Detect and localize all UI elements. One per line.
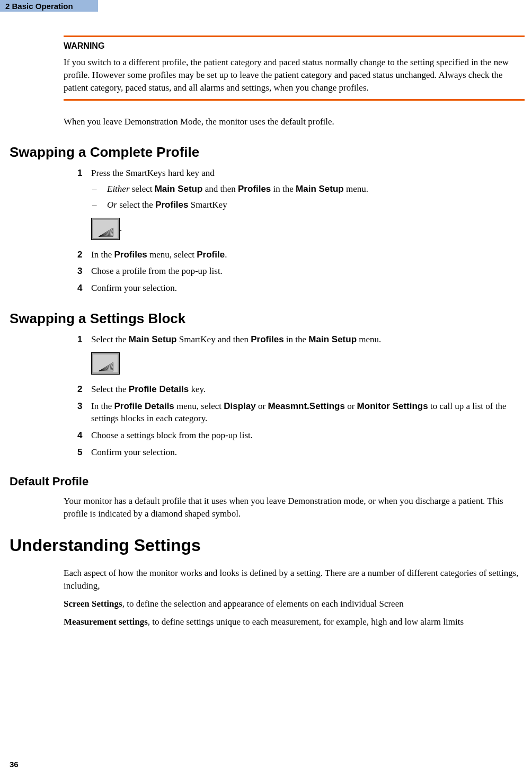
list-item: 2 In the Profiles menu, select Profile. bbox=[77, 248, 525, 261]
chapter-header: 2 Basic Operation bbox=[0, 0, 98, 12]
page-number: 36 bbox=[10, 760, 19, 769]
list-item: 3 Chose a profile from the pop-up list. bbox=[77, 265, 525, 278]
ui-label: Monitor Settings bbox=[357, 401, 428, 411]
step-text: Confirm your selection. bbox=[91, 446, 525, 459]
ui-label: Profile Details bbox=[114, 401, 174, 411]
chapter-title: Basic Operation bbox=[12, 2, 73, 11]
step-number: 1 bbox=[77, 167, 91, 244]
ui-label: Main Setup bbox=[155, 184, 203, 194]
ui-label: Profiles bbox=[238, 184, 271, 194]
step-number: 4 bbox=[77, 429, 91, 442]
ui-label: Profiles bbox=[114, 250, 147, 260]
sub-item: – Or select the Profiles SmartKey bbox=[91, 199, 525, 211]
understanding-intro: Each aspect of how the monitor works and… bbox=[64, 567, 525, 592]
default-profile-text: Your monitor has a default profile that … bbox=[64, 495, 525, 520]
ui-label: Display bbox=[224, 401, 255, 411]
warning-label: WARNING bbox=[64, 41, 525, 51]
either-label: Either bbox=[107, 184, 130, 194]
main-setup-icon-graphic bbox=[93, 360, 118, 372]
step-number: 2 bbox=[77, 248, 91, 261]
swap-settings-block-heading: Swapping a Settings Block bbox=[10, 310, 522, 327]
list-item: 1 Select the Main Setup SmartKey and the… bbox=[77, 333, 525, 379]
warning-rule-bottom bbox=[64, 99, 525, 101]
main-setup-smartkey-icon bbox=[91, 352, 120, 375]
or-label: Or bbox=[107, 200, 117, 210]
ui-label: Profile bbox=[197, 250, 225, 260]
understanding-settings-heading: Understanding Settings bbox=[10, 536, 522, 555]
default-profile-heading: Default Profile bbox=[10, 475, 522, 488]
step-number: 4 bbox=[77, 282, 91, 295]
step-text: Chose a profile from the pop-up list. bbox=[91, 265, 525, 278]
step-text: Choose a settings block from the pop-up … bbox=[91, 429, 525, 442]
step-number: 2 bbox=[77, 383, 91, 396]
ui-label: Measmnt.Settings bbox=[268, 401, 344, 411]
chapter-number: 2 bbox=[5, 2, 10, 11]
screen-settings-text: , to define the selection and appearance… bbox=[122, 599, 404, 609]
step-number: 5 bbox=[77, 446, 91, 459]
swap-block-steps: 1 Select the Main Setup SmartKey and the… bbox=[77, 333, 525, 459]
step-text: Press the SmartKeys hard key and bbox=[91, 167, 525, 180]
sub-item: – Either select Main Setup and then Prof… bbox=[91, 183, 525, 196]
step-number: 3 bbox=[77, 265, 91, 278]
list-item: 2 Select the Profile Details key. bbox=[77, 383, 525, 396]
ui-label: Profiles bbox=[155, 200, 188, 210]
profiles-smartkey-icon bbox=[91, 218, 120, 240]
ui-label: Profile Details bbox=[129, 384, 189, 394]
list-item: 5 Confirm your selection. bbox=[77, 446, 525, 459]
warning-rule-top bbox=[64, 35, 525, 37]
ui-label: Main Setup bbox=[129, 334, 177, 344]
warning-block: WARNING If you switch to a different pro… bbox=[64, 35, 525, 101]
ui-label: Main Setup bbox=[308, 334, 357, 344]
swap-complete-steps: 1 Press the SmartKeys hard key and – Eit… bbox=[77, 167, 525, 295]
dash-bullet: – bbox=[91, 183, 107, 196]
measurement-settings-text: , to define settings unique to each meas… bbox=[148, 617, 464, 627]
ui-label: Profiles bbox=[251, 334, 283, 344]
demo-mode-text: When you leave Demonstration Mode, the m… bbox=[64, 115, 525, 128]
screen-settings-label: Screen Settings bbox=[64, 599, 122, 609]
ui-label: Main Setup bbox=[296, 184, 344, 194]
swap-complete-profile-heading: Swapping a Complete Profile bbox=[10, 144, 522, 161]
step-text: Confirm your selection. bbox=[91, 282, 525, 295]
profiles-icon-graphic bbox=[93, 225, 118, 238]
list-item: 4 Choose a settings block from the pop-u… bbox=[77, 429, 525, 442]
list-item: 1 Press the SmartKeys hard key and – Eit… bbox=[77, 167, 525, 244]
measurement-settings-label: Measurement settings bbox=[64, 617, 148, 627]
warning-text: If you switch to a different profile, th… bbox=[64, 56, 525, 94]
step-number: 3 bbox=[77, 400, 91, 425]
period: . bbox=[120, 223, 122, 233]
list-item: 4 Confirm your selection. bbox=[77, 282, 525, 295]
dash-bullet: – bbox=[91, 199, 107, 211]
step-number: 1 bbox=[77, 333, 91, 379]
list-item: 3 In the Profile Details menu, select Di… bbox=[77, 400, 525, 425]
